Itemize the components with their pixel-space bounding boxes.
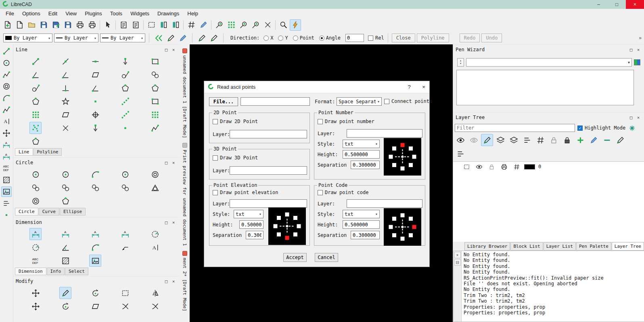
pen-wizard-select[interactable]: ▾ <box>466 58 632 67</box>
layer-print-icon[interactable] <box>500 162 508 171</box>
draw-point-elevation-checkbox[interactable]: Draw point elevation <box>213 190 278 195</box>
line-two-points-icon[interactable] <box>29 55 42 67</box>
line-tangent-orthogonal-icon[interactable] <box>29 82 42 94</box>
line-rectangle-icon[interactable] <box>149 55 161 67</box>
pen-color-select[interactable]: By Layer▾ <box>3 33 52 42</box>
selection-pointer-icon[interactable] <box>102 19 113 31</box>
polyline-button[interactable]: Polyline <box>417 33 449 42</box>
float-panel-icon[interactable]: □ <box>163 46 170 53</box>
dim-diametric-icon[interactable] <box>29 241 42 253</box>
float-panel-icon[interactable]: □ <box>163 219 170 226</box>
separation-code-input[interactable] <box>351 231 380 239</box>
tool-ellipse-icon[interactable] <box>1 81 12 92</box>
accept-button[interactable]: Accept <box>283 253 307 262</box>
pen-width-select[interactable]: By Layer▾ <box>54 33 98 42</box>
circle-polygon-icon[interactable] <box>59 195 71 207</box>
line-vertical-icon[interactable] <box>119 55 131 67</box>
direction-y-radio[interactable]: Y <box>278 35 288 41</box>
dock-tab[interactable]: Layer List <box>544 242 576 251</box>
snap-endpoint-icon[interactable] <box>238 19 249 31</box>
pen-color-button[interactable] <box>634 59 640 65</box>
menu-item[interactable]: Drawings <box>153 9 183 18</box>
freeze-all-layers-icon[interactable] <box>494 134 506 146</box>
maximize-button[interactable]: □ <box>608 0 626 9</box>
save-as-icon[interactable] <box>50 19 61 31</box>
menu-item[interactable]: File <box>2 9 18 18</box>
line-angle-icon[interactable] <box>29 69 42 81</box>
show-all-layers-icon[interactable] <box>454 134 466 146</box>
draw-star-icon[interactable] <box>59 95 71 107</box>
menu-item[interactable]: View <box>61 9 81 18</box>
dim-leader-icon[interactable] <box>119 241 131 253</box>
style-elevation-select[interactable]: txt▾ <box>234 210 263 218</box>
circle-center-point-icon[interactable] <box>29 168 42 180</box>
angle-input[interactable] <box>345 34 364 42</box>
menu-item[interactable]: Help <box>183 9 202 18</box>
separation-number-input[interactable] <box>351 161 380 169</box>
apply-pen-to-entity-icon[interactable] <box>196 32 207 44</box>
document-tab[interactable]: unnamed document 1 [Draft Mode] <box>182 48 187 138</box>
line-orthogonal-icon[interactable] <box>59 82 71 94</box>
tool-insert-block-icon[interactable] <box>1 128 12 138</box>
add-layer-icon[interactable] <box>574 134 586 146</box>
float-panel-icon[interactable]: □ <box>627 114 635 121</box>
polygon-center-icon[interactable] <box>29 135 42 147</box>
layer-construction-icon[interactable] <box>512 162 521 171</box>
open-drawing-icon[interactable] <box>26 19 37 31</box>
draw-3d-point-checkbox[interactable]: Draw 3D Point <box>213 155 258 161</box>
dialog-help-button[interactable]: ? <box>404 82 415 92</box>
circle-two-circles-icon[interactable] <box>29 182 42 194</box>
polygon-center-tangent-icon[interactable] <box>149 82 161 94</box>
tool-point-icon[interactable] <box>1 210 12 220</box>
modify-trim-two-icon[interactable] <box>149 300 161 312</box>
tool-spline-icon[interactable] <box>1 69 12 80</box>
highlight-mode-checkbox[interactable]: ✓Highlight Mode <box>577 125 625 131</box>
menu-item[interactable]: Tools <box>106 9 126 18</box>
layer-3d-input[interactable] <box>230 166 307 175</box>
format-select[interactable]: Space Separator▾ <box>337 97 382 106</box>
snap-middle-icon[interactable] <box>250 19 261 31</box>
tool-hatch-icon[interactable] <box>1 175 12 185</box>
draw-hatch-icon[interactable] <box>59 255 71 267</box>
circle-concentric-icon[interactable] <box>29 195 42 207</box>
dim-arc-icon[interactable] <box>89 241 101 253</box>
hide-all-layers-icon[interactable] <box>468 134 480 146</box>
snap-intersection-icon[interactable] <box>262 19 273 31</box>
tool-order-icon[interactable] <box>1 198 12 209</box>
layer-code-input[interactable] <box>347 199 422 208</box>
document-tab[interactable]: ment 2* [Draft Mode] <box>182 251 187 311</box>
line-horizontal-icon[interactable] <box>89 55 101 67</box>
dock-tab[interactable]: Layer Tree <box>612 242 644 251</box>
snap-free-icon[interactable] <box>213 19 225 31</box>
clipboard-paste-icon[interactable] <box>130 19 141 31</box>
panel-tab[interactable]: Select <box>65 268 88 275</box>
back-double-arrow-icon[interactable] <box>153 32 164 44</box>
points-rectangle-icon[interactable] <box>149 95 161 107</box>
panel-tab[interactable]: Dimension <box>15 268 46 275</box>
rel-checkbox[interactable]: Rel <box>368 35 384 41</box>
cancel-button[interactable]: Cancel <box>315 253 338 262</box>
snap-distance-icon[interactable] <box>278 19 289 31</box>
line-parallel-icon[interactable] <box>89 69 101 81</box>
toggle-flat-list-icon[interactable] <box>454 148 466 160</box>
float-panel-icon[interactable]: □ <box>163 278 170 284</box>
layer-select-box-icon[interactable] <box>462 162 471 171</box>
modify-stretch-icon[interactable] <box>89 300 101 312</box>
tool-arc-icon[interactable] <box>1 93 12 103</box>
close-panel-icon[interactable]: × <box>170 46 177 53</box>
tool-mtext-icon[interactable] <box>1 116 12 127</box>
modify-rotate-two-icon[interactable] <box>59 300 71 312</box>
layer-options-icon[interactable] <box>628 124 636 132</box>
lock-all-layers-icon[interactable] <box>548 134 560 146</box>
layer-elevation-input[interactable] <box>230 199 307 208</box>
modify-scale-icon[interactable] <box>119 287 131 299</box>
tool-dim-aligned-icon[interactable] <box>1 140 12 150</box>
select-window-icon[interactable] <box>146 19 157 31</box>
draw-point-icon[interactable] <box>89 95 101 107</box>
pen-wizard-list[interactable] <box>456 70 634 105</box>
minimize-button[interactable]: – <box>590 0 608 9</box>
console-dock-icon[interactable]: ⊟ <box>454 259 461 266</box>
toggle-construction-icon[interactable] <box>534 134 546 146</box>
tool-line-icon[interactable] <box>1 46 12 56</box>
modify-move-rotate-icon[interactable] <box>29 300 42 312</box>
